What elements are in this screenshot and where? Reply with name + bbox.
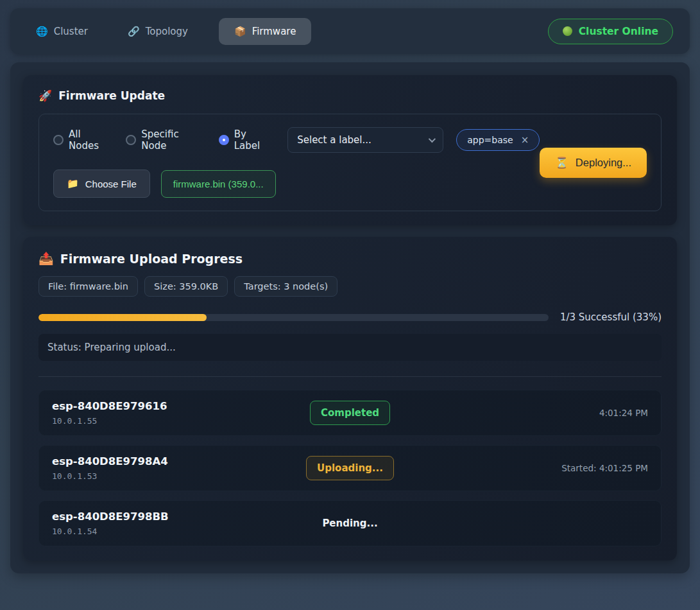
update-form-fields: All Nodes Specific Node By Label Select … bbox=[53, 127, 540, 198]
node-identity: esp-840D8E9798BB 10.0.1.54 bbox=[52, 510, 251, 536]
chevron-down-icon bbox=[429, 135, 436, 143]
size-badge: Size: 359.0KB bbox=[144, 276, 228, 297]
deploy-button-label: Deploying... bbox=[576, 157, 631, 169]
radio-all-nodes-label: All Nodes bbox=[69, 128, 112, 152]
selected-file-button[interactable]: firmware.bin (359.0... bbox=[161, 170, 276, 198]
radio-all-nodes[interactable]: All Nodes bbox=[53, 128, 112, 152]
outbox-tray-icon: 📤 bbox=[38, 251, 54, 266]
remove-tag-icon[interactable]: × bbox=[521, 134, 529, 146]
nav-item-label: Topology bbox=[146, 26, 188, 37]
node-identity: esp-840D8E9798A4 10.0.1.53 bbox=[52, 455, 251, 481]
node-ip: 10.0.1.54 bbox=[52, 527, 251, 536]
cluster-status-label: Cluster Online bbox=[579, 26, 658, 37]
update-form-panel: All Nodes Specific Node By Label Select … bbox=[38, 114, 662, 211]
radio-circle-icon[interactable] bbox=[126, 135, 136, 145]
divider bbox=[38, 376, 662, 377]
nav-item-firmware[interactable]: 📦 Firmware bbox=[219, 18, 311, 45]
cluster-status-badge: Cluster Online bbox=[548, 19, 673, 44]
node-name: esp-840D8E979616 bbox=[52, 400, 251, 412]
online-dot-icon bbox=[563, 26, 572, 36]
radio-specific-node[interactable]: Specific Node bbox=[126, 128, 204, 152]
node-list: esp-840D8E979616 10.0.1.55 Completed 4:0… bbox=[38, 390, 662, 546]
node-status-badge: Completed bbox=[310, 401, 390, 425]
radio-circle-icon[interactable] bbox=[219, 135, 229, 145]
upload-progress-card: 📤 Firmware Upload Progress File: firmwar… bbox=[23, 237, 677, 561]
top-nav: 🌐 Cluster 🔗 Topology 📦 Firmware Cluster … bbox=[10, 8, 690, 54]
progress-row: 1/3 Successful (33%) bbox=[38, 311, 662, 323]
nav-item-topology[interactable]: 🔗 Topology bbox=[119, 18, 197, 45]
file-button-row: 📁 Choose File firmware.bin (359.0... bbox=[53, 170, 540, 198]
progress-label: 1/3 Successful (33%) bbox=[560, 311, 662, 323]
globe-icon: 🌐 bbox=[36, 26, 48, 37]
radio-specific-node-label: Specific Node bbox=[141, 128, 204, 152]
node-identity: esp-840D8E979616 10.0.1.55 bbox=[52, 400, 251, 426]
progress-fill bbox=[38, 314, 207, 321]
node-row: esp-840D8E9798BB 10.0.1.54 Pending... bbox=[38, 500, 662, 546]
node-status-badge: Pending... bbox=[321, 511, 378, 536]
node-ip: 10.0.1.55 bbox=[52, 416, 251, 426]
targets-badge: Targets: 3 node(s) bbox=[234, 276, 337, 297]
label-tag-app-base[interactable]: app=base × bbox=[456, 129, 540, 151]
hourglass-icon: ⏳ bbox=[555, 157, 568, 169]
node-time: 4:01:24 PM bbox=[449, 408, 648, 418]
node-status-cell: Completed bbox=[251, 401, 450, 425]
package-icon: 📦 bbox=[234, 26, 246, 37]
choose-file-label: Choose File bbox=[85, 179, 137, 189]
node-status-cell: Uploading... bbox=[251, 456, 450, 480]
deploy-button[interactable]: ⏳ Deploying... bbox=[540, 148, 647, 178]
link-icon: 🔗 bbox=[128, 26, 140, 37]
node-row: esp-840D8E979616 10.0.1.55 Completed 4:0… bbox=[38, 390, 662, 436]
radio-by-label[interactable]: By Label bbox=[219, 128, 274, 152]
folder-icon: 📁 bbox=[67, 178, 79, 189]
firmware-update-card: 🚀 Firmware Update All Nodes Specific Nod… bbox=[23, 75, 677, 225]
label-select-dropdown[interactable]: Select a label... bbox=[287, 127, 443, 153]
upload-progress-title: 📤 Firmware Upload Progress bbox=[38, 251, 662, 266]
upload-meta-badges: File: firmware.bin Size: 359.0KB Targets… bbox=[38, 276, 662, 297]
nav-item-label: Cluster bbox=[54, 26, 88, 37]
node-name: esp-840D8E9798A4 bbox=[52, 455, 251, 467]
node-name: esp-840D8E9798BB bbox=[52, 510, 251, 523]
node-ip: 10.0.1.53 bbox=[52, 471, 251, 481]
file-badge: File: firmware.bin bbox=[38, 276, 138, 297]
label-select-placeholder: Select a label... bbox=[297, 134, 371, 146]
node-row: esp-840D8E9798A4 10.0.1.53 Uploading... … bbox=[38, 445, 662, 491]
firmware-update-title-text: Firmware Update bbox=[58, 89, 165, 102]
firmware-update-title: 🚀 Firmware Update bbox=[38, 89, 662, 102]
upload-progress-title-text: Firmware Upload Progress bbox=[60, 252, 243, 266]
main-content: 🚀 Firmware Update All Nodes Specific Nod… bbox=[10, 62, 690, 573]
node-time: Started: 4:01:25 PM bbox=[449, 463, 648, 473]
radio-circle-icon[interactable] bbox=[53, 135, 64, 145]
radio-by-label-label: By Label bbox=[234, 128, 274, 152]
target-select-row: All Nodes Specific Node By Label Select … bbox=[53, 127, 540, 153]
choose-file-button[interactable]: 📁 Choose File bbox=[53, 170, 150, 198]
node-status-badge: Uploading... bbox=[306, 456, 394, 480]
selected-file-label: firmware.bin (359.0... bbox=[173, 179, 264, 189]
nav-item-label: Firmware bbox=[252, 26, 296, 37]
nav-item-cluster[interactable]: 🌐 Cluster bbox=[27, 18, 97, 45]
status-message-box: Status: Preparing upload... bbox=[38, 334, 662, 361]
label-tag-text: app=base bbox=[467, 135, 513, 145]
progress-bar bbox=[38, 314, 549, 321]
status-message: Status: Preparing upload... bbox=[47, 342, 176, 353]
rocket-icon: 🚀 bbox=[38, 89, 52, 102]
node-status-cell: Pending... bbox=[251, 511, 450, 536]
